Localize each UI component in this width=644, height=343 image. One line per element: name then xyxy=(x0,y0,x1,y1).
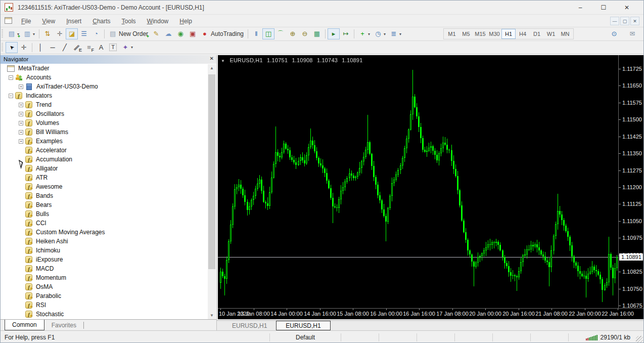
tree-item-accumulation[interactable]: fAccumulation xyxy=(1,155,208,164)
search-button[interactable]: ⊙ xyxy=(608,28,620,39)
tree-item-stochastic[interactable]: fStochastic xyxy=(1,310,208,319)
horizontal-line-button[interactable]: ─ xyxy=(47,42,59,53)
timeframe-mn[interactable]: MN xyxy=(558,29,572,39)
vertical-line-button[interactable]: │ xyxy=(34,42,47,53)
arrows-caret-icon[interactable]: ▾ xyxy=(131,45,133,50)
line-chart-button[interactable]: ⌒ xyxy=(274,28,287,39)
tree-item-macd[interactable]: fMACD xyxy=(1,264,208,273)
indicators-list-button[interactable]: +▾ xyxy=(356,28,372,39)
tree-item-bears[interactable]: fBears xyxy=(1,200,208,209)
navigator-tab-favorites[interactable]: Favorites xyxy=(44,320,83,330)
tree-item-bulls[interactable]: fBulls xyxy=(1,209,208,219)
scroll-down-icon[interactable]: ▼ xyxy=(208,312,216,319)
tree-item-oscillators[interactable]: +fOscillators xyxy=(1,109,208,118)
menu-tools[interactable]: Tools xyxy=(116,16,142,27)
timeframe-h1[interactable]: H1 xyxy=(501,29,516,39)
equidistant-channel-button[interactable]: ∥E xyxy=(71,42,83,53)
tree-item-momentum[interactable]: fMomentum xyxy=(1,273,208,282)
maximize-button[interactable]: ☐ xyxy=(592,1,615,15)
tile-windows-button[interactable]: ▦ xyxy=(311,28,323,39)
arrows-button[interactable]: ✦▾ xyxy=(119,42,135,53)
new-chart-button[interactable]: ▤+▾ xyxy=(6,28,21,39)
strategy-tester-button[interactable]: ◔ xyxy=(90,28,102,39)
periods-caret-icon[interactable]: ▾ xyxy=(384,32,386,36)
bar-chart-button[interactable]: ‖ xyxy=(250,28,262,39)
menu-window[interactable]: Window xyxy=(142,16,174,27)
tree-item-parabolic[interactable]: fParabolic xyxy=(1,291,208,301)
time-axis[interactable]: 10 Jan 202013 Jan 08:0014 Jan 00:0014 Ja… xyxy=(218,308,643,319)
scrollbar-thumb[interactable] xyxy=(208,74,215,269)
tree-item-alligator[interactable]: fAlligator xyxy=(1,164,208,173)
timeframe-h4[interactable]: H4 xyxy=(516,29,530,39)
new-order-button[interactable]: ▤+New Order xyxy=(107,28,150,39)
candlestick-chart-button[interactable]: ◫ xyxy=(262,28,274,39)
periods-button[interactable]: ◷▾ xyxy=(372,28,388,39)
indicators-list-caret-icon[interactable]: ▾ xyxy=(368,32,370,36)
tree-item-awesome[interactable]: fAwesome xyxy=(1,182,208,191)
collapse-toggle-icon[interactable]: − xyxy=(9,75,13,80)
market-watch-button[interactable]: ⇅ xyxy=(41,28,54,39)
scroll-up-icon[interactable]: ▲ xyxy=(208,64,216,72)
chat-button[interactable]: ✉ xyxy=(626,28,638,39)
crosshair-button[interactable]: ✛ xyxy=(18,42,30,53)
tree-item-rsi[interactable]: fRSI xyxy=(1,301,208,310)
navigator-tab-common[interactable]: Common xyxy=(5,320,44,330)
timeframe-w1[interactable]: W1 xyxy=(544,29,558,39)
menu-view[interactable]: View xyxy=(36,16,61,27)
expand-toggle-icon[interactable]: + xyxy=(19,130,23,135)
fibonacci-button[interactable]: ≡F xyxy=(83,42,95,53)
market-button[interactable]: ▣ xyxy=(187,28,199,39)
tree-item-volumes[interactable]: +fVolumes xyxy=(1,118,208,127)
tree-item-bands[interactable]: fBands xyxy=(1,191,208,200)
expand-toggle-icon[interactable]: + xyxy=(19,121,23,125)
close-button[interactable]: ✕ xyxy=(615,1,638,15)
menu-help[interactable]: Help xyxy=(174,16,198,27)
navigator-header[interactable]: Navigator ✕ xyxy=(1,55,216,64)
navigator-close-icon[interactable]: ✕ xyxy=(210,56,214,61)
timeframe-m15[interactable]: M15 xyxy=(473,29,487,39)
chart-tab-2[interactable]: EURUSD,H1 xyxy=(276,321,330,330)
menu-insert[interactable]: Insert xyxy=(61,16,87,27)
expand-toggle-icon[interactable]: + xyxy=(19,112,23,116)
tree-item-examples[interactable]: +fExamples xyxy=(1,137,208,146)
navigator-button[interactable]: ◪ xyxy=(66,28,78,39)
cursor-button[interactable]: ➤ xyxy=(6,42,18,53)
chart-tab-1[interactable]: EURUSD,H1 xyxy=(223,321,276,330)
auto-scroll-button[interactable]: ▸ xyxy=(328,28,340,39)
price-axis[interactable]: 1.10891 1.117251.116501.115751.115001.11… xyxy=(618,55,643,308)
terminal-button[interactable]: ☰ xyxy=(78,28,90,39)
resize-grip[interactable] xyxy=(636,336,643,343)
text-label-button[interactable]: T xyxy=(107,42,119,53)
timeframe-m5[interactable]: M5 xyxy=(459,29,473,39)
virtual-hosting-button[interactable]: ☁ xyxy=(162,28,174,39)
tree-item-trend[interactable]: +fTrend xyxy=(1,100,208,109)
chevron-down-icon[interactable]: ▼ xyxy=(221,59,225,63)
tree-item-heiken-ashi[interactable]: fHeiken Ashi xyxy=(1,237,208,246)
expand-toggle-icon[interactable]: + xyxy=(19,84,23,89)
tree-item-metatrader[interactable]: MetaTrader xyxy=(1,64,208,73)
data-window-button[interactable]: ✛ xyxy=(54,28,66,39)
child-minimize-button[interactable]: — xyxy=(610,17,619,25)
tree-item-accelerator[interactable]: fAccelerator xyxy=(1,146,208,155)
profiles-button[interactable]: ▥▾ xyxy=(21,28,37,39)
timeframe-d1[interactable]: D1 xyxy=(530,29,544,39)
text-button[interactable]: A xyxy=(95,42,107,53)
tree-item-iexposure[interactable]: fiExposure xyxy=(1,255,208,264)
tree-item-ichimoku[interactable]: fIchimoku xyxy=(1,246,208,255)
expand-toggle-icon[interactable]: + xyxy=(19,103,23,107)
tree-item-cci[interactable]: fCCI xyxy=(1,219,208,228)
templates-caret-icon[interactable]: ▾ xyxy=(399,32,401,36)
child-close-button[interactable]: ✕ xyxy=(630,17,639,25)
tree-item-osma[interactable]: fOsMA xyxy=(1,282,208,291)
tree-item-accounts[interactable]: −Accounts xyxy=(1,73,208,82)
zoom-out-button[interactable]: ⊖ xyxy=(299,28,311,39)
metaeditor-button[interactable]: ✎ xyxy=(150,28,162,39)
autotrading-button[interactable]: ●AutoTrading xyxy=(199,28,246,39)
status-profile[interactable]: Default xyxy=(270,331,341,343)
chart-shift-button[interactable]: ↦ xyxy=(340,28,352,39)
child-restore-button[interactable]: ▢ xyxy=(620,17,629,25)
tree-item-bill-williams[interactable]: +fBill Williams xyxy=(1,127,208,137)
tree-item-axitrader-us03-demo[interactable]: +AxiTrader-US03-Demo xyxy=(1,82,208,91)
signals-button[interactable]: ◉ xyxy=(174,28,187,39)
expand-toggle-icon[interactable]: + xyxy=(19,139,23,144)
